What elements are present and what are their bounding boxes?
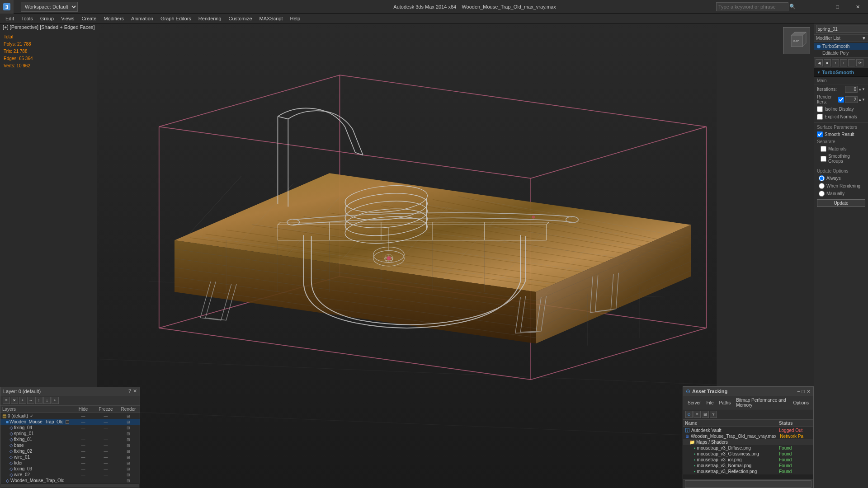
- layer-toolbar-btn-5[interactable]: ↑: [35, 397, 42, 404]
- asset-close-button[interactable]: ✕: [807, 389, 811, 394]
- asset-row-vault[interactable]: ⚿ Autodesk Vault Logged Out: [683, 427, 813, 433]
- layer-toolbar-btn-6[interactable]: ↓: [43, 397, 51, 404]
- menu-views[interactable]: Views: [57, 15, 78, 22]
- ts-render-iters-label: Render Iters:: [817, 94, 838, 104]
- asset-scrollbar[interactable]: [683, 474, 813, 479]
- asset-toolbar-btn-2[interactable]: ≡: [693, 411, 701, 418]
- asset-menu-bitmap[interactable]: Bitmap Performance and Memory: [733, 397, 790, 408]
- layer-row-wooden-trap-2[interactable]: ◇Wooden_Mouse_Trap_Old ——⊞: [0, 478, 140, 483]
- layer-row-fixing04[interactable]: ◇fixing_04 ——⊞: [0, 425, 140, 431]
- ts-explicit-checkbox[interactable]: [817, 114, 823, 120]
- layer-row-wire02[interactable]: ◇wire_02 ——⊞: [0, 472, 140, 478]
- viewcube[interactable]: TOP: [783, 27, 810, 54]
- modifier-list-dropdown[interactable]: ▼: [862, 36, 866, 41]
- ts-always-radio[interactable]: [819, 175, 825, 181]
- ts-manually-row: Manually: [814, 190, 868, 197]
- layer-toolbar-btn-3[interactable]: +: [19, 397, 26, 404]
- ts-smooth-result-label: Smooth Result: [825, 132, 854, 137]
- ts-smooth-result-checkbox[interactable]: [817, 131, 823, 137]
- workspace-select[interactable]: Workspace: Default: [21, 2, 78, 12]
- layer-row-wire01[interactable]: ◇wire_01 ——⊞: [0, 454, 140, 460]
- ts-update-button[interactable]: Update: [817, 199, 865, 207]
- ts-render-iters-checkbox[interactable]: [838, 97, 844, 103]
- modifier-turbosmooth[interactable]: TurboSmooth: [814, 43, 868, 50]
- layer-toolbar-btn-1[interactable]: ≡: [3, 397, 10, 404]
- modifier-icon-btn-5[interactable]: −: [848, 59, 855, 66]
- layer-row-spring01[interactable]: ◇spring_01 ——⊞: [0, 431, 140, 436]
- menu-graph-editors[interactable]: Graph Editors: [157, 15, 195, 22]
- ts-manually-radio[interactable]: [819, 191, 825, 197]
- close-button[interactable]: ✕: [848, 0, 868, 14]
- layer-row-fixing02[interactable]: ◇fixing_02 ——⊞: [0, 448, 140, 454]
- asset-toolbar-btn-1[interactable]: ⊙: [685, 411, 693, 418]
- menu-edit[interactable]: Edit: [2, 15, 18, 22]
- asset-row-glossiness[interactable]: ▪ mousetrap_v3_Glossiness.png Found: [683, 451, 813, 457]
- ts-materials-checkbox[interactable]: [821, 146, 826, 152]
- asset-row-maps-folder[interactable]: 📁 Maps / Shaders: [683, 439, 813, 445]
- layer-row-base[interactable]: ◇base ——⊞: [0, 442, 140, 448]
- menu-help[interactable]: Help: [287, 15, 304, 22]
- layer-row-fixing03[interactable]: ◇fixing_03 ——⊞: [0, 466, 140, 472]
- menu-customize[interactable]: Customize: [225, 15, 256, 22]
- menu-group[interactable]: Group: [37, 15, 58, 22]
- asset-tracking-panel: ⊙ Asset Tracking − □ ✕ Server File Paths…: [683, 386, 814, 488]
- max-file-status: Network Pa: [778, 434, 813, 439]
- modifier-icon-btn-2[interactable]: ■: [824, 59, 831, 66]
- asset-toolbar-btn-3[interactable]: ⊞: [702, 411, 709, 418]
- maximize-button[interactable]: □: [827, 0, 848, 14]
- search-input[interactable]: [716, 2, 788, 11]
- asset-row-normal[interactable]: ▪ mousetrap_v3_Normal.png Found: [683, 463, 813, 469]
- modifier-icon-btn-3[interactable]: /: [832, 59, 839, 66]
- layer-toolbar-btn-7[interactable]: ≈: [52, 397, 59, 404]
- layer-scrollbar[interactable]: [0, 483, 140, 488]
- asset-minimize-button[interactable]: −: [797, 389, 800, 394]
- ts-isoline-checkbox[interactable]: [817, 106, 823, 112]
- layer-default-hide: —: [72, 414, 94, 418]
- layer-toolbar-btn-4[interactable]: →: [27, 397, 34, 404]
- ts-smoothing-checkbox[interactable]: [821, 156, 826, 162]
- asset-menu-server[interactable]: Server: [685, 400, 703, 406]
- menu-animation[interactable]: Animation: [127, 15, 157, 22]
- right-sidebar: Modifier List ▼ TurboSmooth Editable Pol…: [814, 23, 868, 488]
- search-icon[interactable]: 🔍: [789, 4, 796, 9]
- menu-create[interactable]: Create: [78, 15, 100, 22]
- layer-row-fixing01[interactable]: ◇fixing_01 ——⊞: [0, 436, 140, 442]
- modifier-icon-btn-4[interactable]: +: [840, 59, 847, 66]
- asset-row-ior[interactable]: ▪ mousetrap_v3_ior.png Found: [683, 457, 813, 463]
- modifier-icon-btn-1[interactable]: ◀: [816, 59, 823, 66]
- object-name-input[interactable]: [816, 25, 868, 33]
- asset-row-max-file[interactable]: 🗎 Wooden_Mouse_Trap_Old_max_vray.max Net…: [683, 433, 813, 439]
- layer-row-default[interactable]: ▤ 0 (default) ✓ — — ⊞: [0, 413, 140, 419]
- modifier-list-label: Modifier List: [816, 36, 862, 41]
- ts-iterations-spinner[interactable]: ▲▼: [858, 87, 865, 91]
- ts-render-iters-spinner[interactable]: ▲▼: [858, 98, 865, 102]
- modifier-editable-poly[interactable]: Editable Poly: [814, 50, 868, 56]
- ts-render-iters-input[interactable]: [845, 96, 858, 103]
- turbosmooth-section-header[interactable]: ▼ TurboSmooth: [814, 68, 868, 77]
- minimize-button[interactable]: −: [807, 0, 827, 14]
- menu-tools[interactable]: Tools: [18, 15, 37, 22]
- ts-smoothing-row: Smoothing Groups: [814, 153, 868, 164]
- asset-menu-paths[interactable]: Paths: [717, 400, 734, 406]
- menu-maxscript[interactable]: MAXScript: [256, 15, 287, 22]
- modifier-icon-btn-6[interactable]: ⟳: [856, 59, 863, 66]
- menu-rendering[interactable]: Rendering: [195, 15, 225, 22]
- svg-text:3: 3: [5, 4, 9, 10]
- asset-path-input[interactable]: [685, 480, 811, 488]
- layer-close-button[interactable]: ✕: [133, 388, 137, 394]
- asset-maximize-button[interactable]: □: [802, 389, 805, 394]
- asset-menu-file[interactable]: File: [703, 400, 716, 406]
- ts-iterations-input[interactable]: [845, 86, 858, 93]
- ts-when-rendering-radio[interactable]: [819, 183, 825, 189]
- asset-menu-options[interactable]: Options: [791, 400, 811, 406]
- ior-icon: ▪: [694, 457, 696, 462]
- asset-toolbar-btn-4[interactable]: ?: [710, 411, 717, 418]
- asset-row-diffuse[interactable]: ▪ mousetrap_v3_Diffuse.png Found: [683, 445, 813, 451]
- layer-toolbar-btn-2[interactable]: ✕: [11, 397, 18, 404]
- asset-row-reflection[interactable]: ▪ mousetrap_v3_Reflection.png Found: [683, 469, 813, 474]
- reflection-icon: ▪: [694, 469, 696, 474]
- layer-row-wooden-trap[interactable]: ■ Wooden_Mouse_Trap_Old — — ⊞: [0, 419, 140, 425]
- layer-help-button[interactable]: ?: [128, 388, 131, 394]
- menu-modifiers[interactable]: Modifiers: [100, 15, 127, 22]
- layer-row-fider[interactable]: ◇fider ——⊞: [0, 460, 140, 466]
